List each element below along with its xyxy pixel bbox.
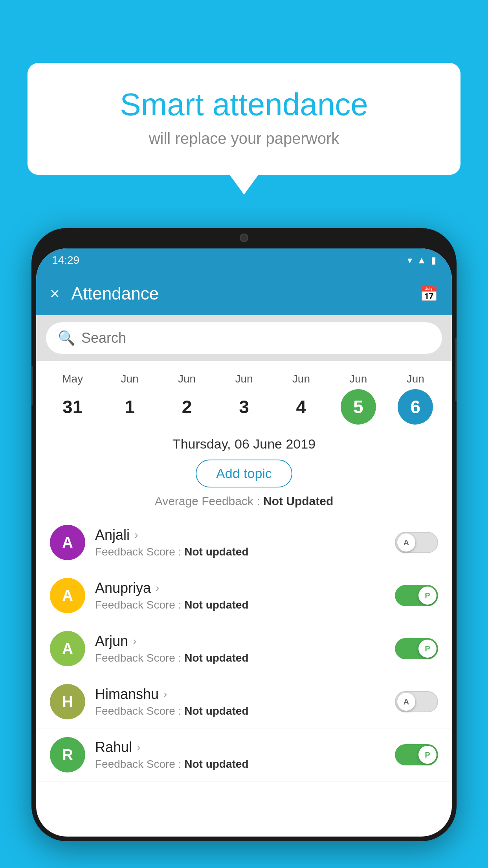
calendar-icon[interactable]: 📅 — [420, 285, 438, 302]
attendance-toggle[interactable]: P — [395, 744, 438, 765]
avg-feedback-value: Not Updated — [263, 495, 333, 508]
date-month: May — [62, 373, 83, 385]
chevron-icon: › — [137, 741, 140, 754]
status-bar: 14:29 ▾ ▲ ▮ — [36, 248, 452, 272]
app-header: × Attendance 📅 — [36, 272, 452, 315]
volume-button — [31, 366, 33, 405]
date-cell[interactable]: Jun3 — [222, 373, 266, 425]
battery-icon: ▮ — [431, 255, 436, 266]
avatar: A — [50, 525, 85, 560]
avg-feedback-label: Average Feedback : — [155, 495, 263, 508]
student-name: Anjali › — [95, 527, 385, 543]
attendance-toggle[interactable]: P — [395, 585, 438, 606]
date-number: 1 — [125, 396, 135, 417]
header-title: Attendance — [72, 284, 408, 303]
date-number-wrap: 1 — [112, 389, 147, 425]
avatar: R — [50, 737, 85, 772]
status-icons: ▾ ▲ ▮ — [407, 255, 436, 266]
avg-feedback: Average Feedback : Not Updated — [44, 495, 444, 508]
add-topic-button[interactable]: Add topic — [196, 460, 292, 487]
phone-shell: 14:29 ▾ ▲ ▮ × Attendance 📅 🔍 May31Jun1Ju… — [31, 228, 457, 841]
toggle-knob: P — [418, 587, 437, 605]
date-row: May31Jun1Jun2Jun3Jun4Jun5Jun6 — [36, 361, 452, 425]
notch — [213, 228, 275, 248]
toggle-knob: A — [397, 693, 415, 711]
date-number-wrap: 2 — [169, 389, 205, 425]
attendance-toggle[interactable]: A — [395, 691, 438, 712]
student-name: Anupriya › — [95, 580, 385, 596]
date-number: 3 — [239, 396, 249, 417]
wifi-icon: ▾ — [407, 255, 412, 266]
chevron-icon: › — [134, 529, 138, 541]
date-number-wrap: 6 — [398, 389, 433, 425]
student-row[interactable]: HHimanshu ›Feedback Score : Not updatedA — [36, 675, 452, 728]
date-month: Jun — [235, 373, 253, 385]
student-row[interactable]: AAnjali ›Feedback Score : Not updatedA — [36, 516, 452, 569]
student-name: Arjun › — [95, 633, 385, 649]
date-cell[interactable]: Jun2 — [165, 373, 209, 425]
search-bar-wrapper: 🔍 — [36, 315, 452, 361]
student-feedback: Feedback Score : Not updated — [95, 758, 385, 771]
student-info: Anupriya ›Feedback Score : Not updated — [95, 580, 385, 611]
chevron-icon: › — [156, 582, 159, 594]
speech-bubble-arrow — [228, 173, 260, 195]
attendance-toggle[interactable]: A — [395, 532, 438, 553]
student-feedback: Feedback Score : Not updated — [95, 705, 385, 717]
search-input[interactable] — [81, 330, 430, 346]
camera — [240, 234, 248, 242]
student-info: Anjali ›Feedback Score : Not updated — [95, 527, 385, 558]
date-number: 2 — [182, 396, 192, 417]
date-number: 5 — [353, 396, 363, 417]
student-info: Arjun ›Feedback Score : Not updated — [95, 633, 385, 664]
student-row[interactable]: AArjun ›Feedback Score : Not updatedP — [36, 622, 452, 675]
student-row[interactable]: RRahul ›Feedback Score : Not updatedP — [36, 728, 452, 782]
toggle-knob: P — [418, 746, 437, 764]
status-time: 14:29 — [52, 254, 79, 267]
student-feedback: Feedback Score : Not updated — [95, 652, 385, 664]
student-feedback: Feedback Score : Not updated — [95, 599, 385, 611]
student-list: AAnjali ›Feedback Score : Not updatedAAA… — [36, 516, 452, 782]
date-cell[interactable]: Jun6 — [394, 373, 437, 425]
student-info: Himanshu ›Feedback Score : Not updated — [95, 686, 385, 717]
chevron-icon: › — [163, 688, 167, 701]
student-row[interactable]: AAnupriya ›Feedback Score : Not updatedP — [36, 569, 452, 622]
date-month: Jun — [407, 373, 424, 385]
search-icon: 🔍 — [58, 330, 75, 346]
speech-bubble-container: Smart attendance will replace your paper… — [28, 63, 460, 175]
toggle-knob: P — [418, 640, 437, 658]
avatar: H — [50, 684, 85, 719]
date-number: 4 — [296, 396, 306, 417]
date-month: Jun — [178, 373, 196, 385]
date-month: Jun — [292, 373, 310, 385]
date-cell[interactable]: Jun4 — [279, 373, 323, 425]
close-button[interactable]: × — [50, 284, 60, 303]
date-cell[interactable]: May31 — [51, 373, 94, 425]
speech-bubble: Smart attendance will replace your paper… — [28, 63, 460, 175]
date-number-wrap: 3 — [226, 389, 262, 425]
avatar: A — [50, 578, 85, 613]
student-feedback: Feedback Score : Not updated — [95, 546, 385, 558]
speech-bubble-subtitle: will replace your paperwork — [59, 130, 429, 147]
student-name: Himanshu › — [95, 686, 385, 702]
student-info: Rahul ›Feedback Score : Not updated — [95, 739, 385, 771]
avatar: A — [50, 631, 85, 666]
attendance-toggle[interactable]: P — [395, 638, 438, 659]
power-button — [455, 338, 457, 401]
student-name: Rahul › — [95, 739, 385, 756]
chevron-icon: › — [133, 635, 136, 647]
selected-date-text: Thursday, 06 June 2019 — [44, 436, 444, 452]
date-number: 6 — [410, 396, 420, 417]
selected-date-info: Thursday, 06 June 2019 Add topic Average… — [36, 425, 452, 516]
date-number: 31 — [62, 396, 83, 417]
speech-bubble-title: Smart attendance — [59, 86, 429, 123]
date-month: Jun — [121, 373, 139, 385]
date-number-wrap: 4 — [283, 389, 319, 425]
date-number-wrap: 31 — [55, 389, 90, 425]
search-bar: 🔍 — [46, 322, 442, 354]
date-cell[interactable]: Jun5 — [337, 373, 380, 425]
date-cell[interactable]: Jun1 — [108, 373, 151, 425]
phone-screen: 14:29 ▾ ▲ ▮ × Attendance 📅 🔍 May31Jun1Ju… — [36, 248, 452, 837]
date-month: Jun — [349, 373, 367, 385]
signal-icon: ▲ — [417, 255, 426, 266]
date-number-wrap: 5 — [341, 389, 376, 425]
